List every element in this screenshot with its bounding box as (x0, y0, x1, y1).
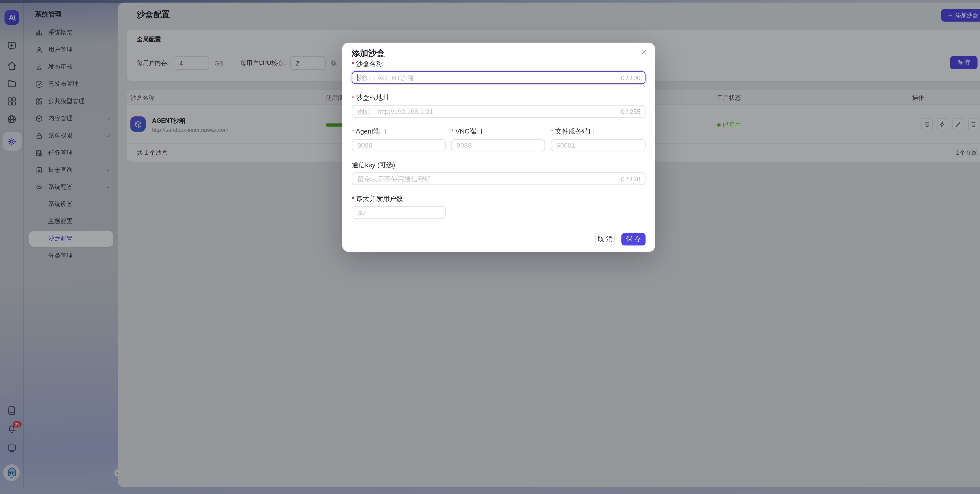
sandbox-url-counter: 0 / 255 (621, 108, 640, 115)
modal-save-button[interactable]: 保 存 (621, 233, 646, 245)
sandbox-name-counter: 0 / 100 (621, 74, 640, 81)
vnc-port-label: VNC端口 (451, 127, 483, 136)
file-port-label: 文件服务端口 (551, 127, 595, 136)
file-port-input[interactable] (551, 139, 646, 151)
file-port-field (551, 139, 646, 151)
vnc-port-field (451, 139, 545, 151)
vnc-port-input[interactable] (451, 139, 545, 151)
text-caret (357, 74, 358, 81)
sandbox-name-field: 0 / 100 (352, 71, 646, 84)
sandbox-name-input[interactable] (352, 71, 646, 84)
sandbox-name-label: 沙盒名称 (352, 60, 383, 69)
comm-key-counter: 0 / 128 (621, 176, 640, 183)
close-icon (640, 49, 647, 56)
cancel-button[interactable]: 取 消 (595, 233, 615, 245)
comm-key-field: 0 / 128 (352, 172, 646, 185)
sandbox-url-label: 沙盒根地址 (352, 94, 390, 102)
comm-key-label: 通信key (可选) (352, 161, 395, 170)
max-users-label: 最大并发用户数 (352, 194, 403, 204)
add-sandbox-modal: 添加沙盒 沙盒名称 0 / 100 沙盒根地址 0 / 255 Agent端口 … (342, 43, 655, 252)
modal-title: 添加沙盒 (352, 48, 385, 59)
max-users-input[interactable] (352, 206, 446, 219)
comm-key-input[interactable] (352, 172, 646, 185)
modal-footer: 取 消 保 存 (595, 233, 646, 245)
app-root: A\ 99 (0, 0, 980, 494)
agent-port-field (352, 139, 446, 151)
sandbox-url-input[interactable] (352, 105, 646, 118)
sandbox-url-field: 0 / 255 (352, 105, 646, 118)
max-users-field (352, 206, 446, 219)
agent-port-label: Agent端口 (352, 127, 387, 136)
modal-close-button[interactable] (639, 47, 649, 57)
agent-port-input[interactable] (352, 139, 446, 151)
